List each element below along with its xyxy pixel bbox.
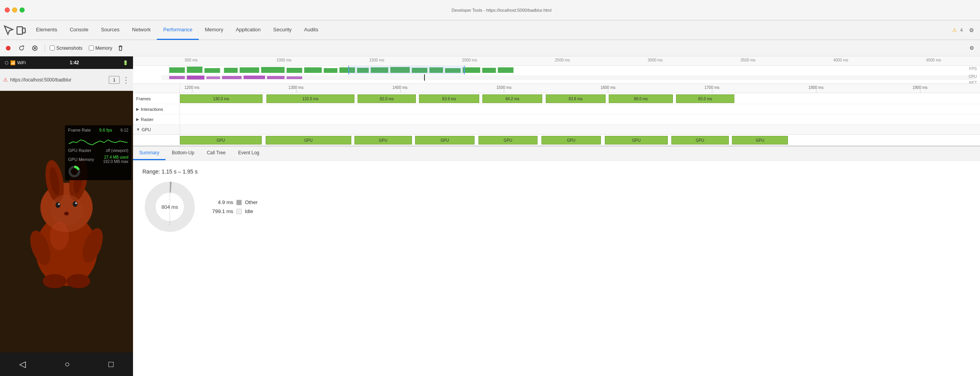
btab-call-tree[interactable]: Call Tree: [201, 146, 232, 160]
clear-button[interactable]: [30, 43, 40, 53]
gpu-header-row: ▼ GPU: [133, 125, 980, 135]
memory-checkbox-label[interactable]: Memory: [89, 45, 112, 51]
frame-block-5[interactable]: 83.8 ms: [546, 94, 606, 103]
raster-label-text: Raster: [141, 117, 153, 122]
frame-block-2[interactable]: 82.0 ms: [358, 94, 416, 103]
performance-toolbar: Screenshots Memory ⚙: [0, 40, 980, 56]
frame-rate-label: Frame Rate: [68, 128, 91, 132]
net-label: NET: [969, 81, 977, 84]
svg-rect-49: [287, 76, 302, 79]
frame-block-0[interactable]: 130.0 ms: [180, 94, 263, 103]
settings-button[interactable]: ⚙: [966, 25, 977, 36]
ov-tick-6: 3500 ms: [701, 58, 794, 62]
btab-event-log[interactable]: Event Log: [232, 146, 266, 160]
fps-graph: [68, 134, 128, 146]
tab-elements[interactable]: Elements: [30, 20, 63, 40]
overview-timeline[interactable]: 500 ms 1000 ms 1500 ms 2000 ms 2500 ms 3…: [133, 56, 980, 84]
phone-tab-count[interactable]: 1: [109, 76, 120, 84]
screenshots-checkbox-label[interactable]: Screenshots: [50, 45, 83, 51]
svg-rect-35: [390, 67, 410, 73]
gpu-memory-row: GPU Memory 27.4 MB used 192.0 MB max: [68, 155, 128, 164]
delete-button[interactable]: [115, 43, 126, 53]
tab-security[interactable]: Security: [267, 20, 298, 40]
inspect-button[interactable]: [3, 25, 14, 36]
frame-block-4[interactable]: 84.2 ms: [482, 94, 542, 103]
record-button[interactable]: [3, 43, 13, 53]
frame-block-7[interactable]: 83.0 ms: [676, 94, 734, 103]
gpu-block-4[interactable]: GPU: [478, 136, 538, 145]
fps-overview-row: FPS: [133, 66, 980, 74]
svg-point-19: [67, 274, 90, 288]
svg-rect-46: [222, 76, 242, 79]
toolbar-separator-1: [45, 44, 45, 52]
gpu-block-5[interactable]: GPU: [541, 136, 601, 145]
net-overview-row: NET: [133, 81, 980, 84]
cpu-overview-row: CPU: [133, 74, 980, 81]
close-button[interactable]: [5, 7, 10, 13]
browser-bar: Developer Tools - https://localhost:5000…: [0, 0, 980, 20]
gpu-block-2[interactable]: GPU: [354, 136, 412, 145]
legend-other: 4.9 ms Other: [210, 199, 258, 205]
tab-memory[interactable]: Memory: [199, 20, 230, 40]
frames-label-text: Frames: [136, 96, 151, 101]
screenshots-checkbox[interactable]: [50, 45, 55, 51]
raster-content[interactable]: [180, 114, 980, 124]
phone-content: Frame Rate 9.6 fps 6-12 GPU Raster off (…: [0, 91, 133, 352]
ov-tick-3: 2000 ms: [423, 58, 516, 62]
phone-panel: ⬡ 📶 WiFi 1:42 🔋 ⚠ https://localhost:5000…: [0, 56, 133, 376]
memory-checkbox[interactable]: [89, 45, 94, 51]
svg-rect-32: [340, 67, 355, 73]
svg-rect-26: [224, 68, 238, 73]
ov-tick-5: 3000 ms: [609, 58, 701, 62]
tick-1900: 1900 ms: [912, 85, 927, 90]
recents-button[interactable]: □: [105, 356, 117, 372]
frame-block-6[interactable]: 98.0 ms: [609, 94, 673, 103]
svg-rect-23: [169, 67, 185, 73]
expand-raster-icon[interactable]: ▶: [136, 117, 139, 121]
performance-panel: 500 ms 1000 ms 1500 ms 2000 ms 2500 ms 3…: [133, 56, 980, 376]
gpu-block-0[interactable]: GPU: [180, 136, 262, 145]
gpu-block-6[interactable]: GPU: [605, 136, 668, 145]
tab-network[interactable]: Network: [126, 20, 157, 40]
btab-bottom-up[interactable]: Bottom-Up: [165, 146, 200, 160]
gpu-memory-used: 27.4 MB used: [104, 155, 128, 159]
ov-tick-7: 4000 ms: [795, 58, 887, 62]
frame-block-1[interactable]: 133.5 ms: [266, 94, 354, 103]
gpu-block-1[interactable]: GPU: [266, 136, 351, 145]
tab-performance[interactable]: Performance: [157, 20, 198, 40]
settings-icon-button[interactable]: ⚙: [967, 43, 977, 53]
home-button[interactable]: ○: [61, 356, 73, 372]
back-button[interactable]: ◁: [16, 356, 29, 372]
main-content: ⬡ 📶 WiFi 1:42 🔋 ⚠ https://localhost:5000…: [0, 56, 980, 376]
range-text: Range: 1.15 s – 1.95 s: [142, 168, 971, 175]
tab-application[interactable]: Application: [230, 20, 267, 40]
gpu-block-3[interactable]: GPU: [415, 136, 474, 145]
interactions-content[interactable]: [180, 104, 980, 114]
expand-gpu-icon[interactable]: ▼: [136, 127, 140, 132]
reload-record-button[interactable]: [16, 43, 27, 53]
devtools-right: ⚠ 4 ⚙: [952, 25, 977, 36]
ov-tick-1: 1000 ms: [237, 58, 330, 62]
gpu-block-7[interactable]: GPU: [671, 136, 729, 145]
frames-content[interactable]: 130.0 ms 133.5 ms 82.0 ms 83.9 ms 84.2 m…: [180, 93, 980, 104]
expand-interactions-icon[interactable]: ▶: [136, 107, 139, 111]
frame-block-3[interactable]: 83.9 ms: [419, 94, 479, 103]
tab-audits[interactable]: Audits: [298, 20, 324, 40]
minimize-button[interactable]: [12, 7, 17, 13]
tab-sources[interactable]: Sources: [95, 20, 126, 40]
tab-console[interactable]: Console: [63, 20, 95, 40]
wifi-icon: WiFi: [17, 60, 26, 65]
svg-point-12: [73, 201, 77, 207]
phone-url: https://localhost:5000/badblur: [10, 77, 106, 83]
ov-tick-4: 2500 ms: [516, 58, 609, 62]
gpu-blocks[interactable]: GPU GPU GPU GPU GPU GPU GPU GPU GPU: [180, 135, 980, 145]
phone-menu-button[interactable]: ⋮: [122, 75, 130, 85]
svg-rect-39: [463, 67, 480, 73]
phone-browser-bar: ⚠ https://localhost:5000/badblur 1 ⋮: [0, 69, 133, 91]
interactions-label: ▶ Interactions: [133, 104, 180, 114]
btab-summary[interactable]: Summary: [133, 146, 165, 160]
device-toolbar-button[interactable]: [16, 25, 27, 36]
maximize-button[interactable]: [20, 7, 25, 13]
gpu-block-8[interactable]: GPU: [732, 136, 788, 145]
gpu-row: GPU GPU GPU GPU GPU GPU GPU GPU GPU: [133, 135, 980, 146]
